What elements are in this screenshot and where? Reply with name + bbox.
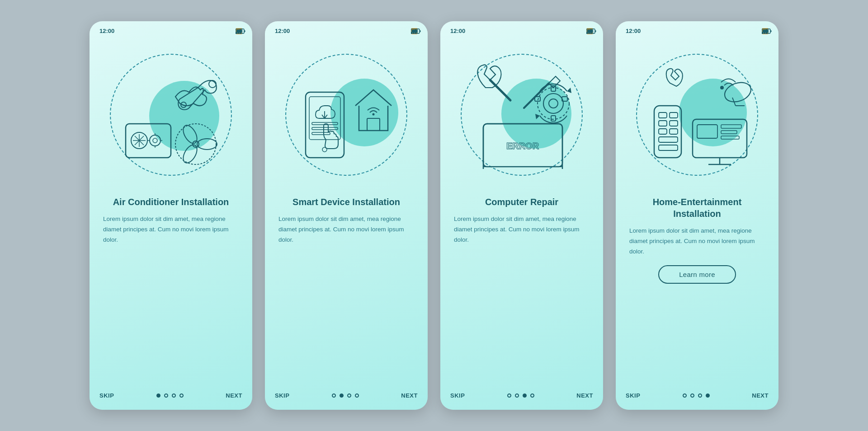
battery-icon-1 <box>236 28 245 34</box>
svg-rect-71 <box>771 30 772 32</box>
svg-point-13 <box>150 135 160 146</box>
svg-point-57 <box>543 94 563 113</box>
svg-line-54 <box>524 83 549 108</box>
svg-rect-5 <box>236 29 242 33</box>
battery-icon-3 <box>586 28 596 34</box>
dot-1-2[interactable] <box>164 394 168 398</box>
status-icons-4: 📶 <box>762 28 769 34</box>
dot-4-3[interactable] <box>698 394 702 398</box>
dot-1-3[interactable] <box>172 394 176 398</box>
status-bar-1: 12:00 📶 <box>90 21 252 38</box>
skip-button-3[interactable]: SKIP <box>450 392 465 399</box>
dot-2-3[interactable] <box>347 394 351 398</box>
nav-dots-4 <box>683 394 710 398</box>
skip-button-4[interactable]: SKIP <box>626 392 640 399</box>
screen-desc-1: Lorem ipsum dolor sit dim amet, mea regi… <box>103 214 239 245</box>
nav-dots-2 <box>332 394 359 398</box>
battery-icon-4 <box>762 28 772 34</box>
illustration-area-4 <box>616 38 778 192</box>
svg-point-41 <box>373 113 375 116</box>
next-button-1[interactable]: NEXT <box>226 392 242 399</box>
dot-4-2[interactable] <box>690 394 694 398</box>
screen-smart-device: 12:00 📶 <box>265 21 428 410</box>
screen-title-1: Air Conditioner Installation <box>103 196 239 208</box>
dot-3-4[interactable] <box>530 394 534 398</box>
svg-rect-73 <box>659 112 667 118</box>
nav-row-4: SKIP NEXT <box>616 385 778 399</box>
status-icons-3: 📶 <box>586 28 593 34</box>
content-area-3: Computer Repair Lorem ipsum dolor sit di… <box>440 192 603 385</box>
status-icons-2: 📶 <box>411 28 418 34</box>
svg-rect-74 <box>670 112 678 118</box>
svg-rect-70 <box>763 29 769 33</box>
screen-desc-2: Lorem ipsum dolor sit dim amet, mea regi… <box>278 214 414 245</box>
screen-computer-repair: 12:00 📶 <box>440 21 603 410</box>
illustration-area-3: ERROR <box>440 38 603 192</box>
dot-2-4[interactable] <box>355 394 359 398</box>
svg-rect-75 <box>659 121 667 126</box>
dot-4-1[interactable] <box>683 394 687 398</box>
svg-rect-76 <box>670 121 678 126</box>
svg-point-19 <box>175 124 216 164</box>
svg-marker-64 <box>535 114 540 119</box>
learn-more-button[interactable]: Learn more <box>658 265 736 284</box>
dot-4-4[interactable] <box>706 394 710 398</box>
status-time-1: 12:00 <box>99 28 114 34</box>
nav-dots-1 <box>156 394 184 398</box>
screens-container: 12:00 📶 <box>90 21 778 410</box>
svg-rect-82 <box>697 125 717 138</box>
dot-2-2[interactable] <box>340 394 344 398</box>
ac-illustration <box>112 61 230 169</box>
status-time-2: 12:00 <box>275 28 290 34</box>
smart-device-illustration <box>283 61 410 169</box>
svg-point-91 <box>720 86 724 89</box>
screen-title-3: Computer Repair <box>454 196 590 208</box>
dot-1-4[interactable] <box>179 394 184 398</box>
svg-text:ERROR: ERROR <box>506 141 539 151</box>
nav-dots-3 <box>507 394 534 398</box>
svg-rect-60 <box>551 116 556 121</box>
nav-row-1: SKIP NEXT <box>90 385 252 399</box>
svg-rect-40 <box>367 118 380 131</box>
dot-1-1[interactable] <box>156 394 160 398</box>
svg-point-21 <box>197 139 217 150</box>
next-button-3[interactable]: NEXT <box>576 392 593 399</box>
svg-rect-80 <box>659 145 678 150</box>
dot-3-3[interactable] <box>523 394 527 398</box>
screen-desc-3: Lorem ipsum dolor sit dim amet, mea regi… <box>454 214 590 245</box>
dot-3-1[interactable] <box>507 394 511 398</box>
battery-icon-2 <box>411 28 421 34</box>
content-area-2: Smart Device Installation Lorem ipsum do… <box>265 192 428 385</box>
screen-title-2: Smart Device Installation <box>278 196 414 208</box>
skip-button-2[interactable]: SKIP <box>275 392 289 399</box>
svg-rect-83 <box>721 125 741 128</box>
screen-title-4: Home-Entertainment Installation <box>629 196 765 220</box>
nav-row-3: SKIP NEXT <box>440 385 603 399</box>
svg-point-14 <box>153 138 157 143</box>
svg-rect-47 <box>587 29 593 33</box>
status-bar-2: 12:00 📶 <box>265 21 428 38</box>
svg-rect-84 <box>721 131 737 134</box>
skip-button-1[interactable]: SKIP <box>99 392 114 399</box>
content-area-1: Air Conditioner Installation Lorem ipsum… <box>90 192 252 385</box>
status-time-4: 12:00 <box>626 28 641 34</box>
svg-marker-63 <box>567 88 571 93</box>
svg-rect-78 <box>670 129 678 134</box>
home-entertainment-illustration <box>634 61 760 169</box>
svg-point-22 <box>180 143 200 165</box>
status-bar-3: 12:00 📶 <box>440 21 603 38</box>
nav-row-2: SKIP NEXT <box>265 385 428 399</box>
svg-rect-79 <box>659 137 678 142</box>
next-button-4[interactable]: NEXT <box>752 392 769 399</box>
next-button-2[interactable]: NEXT <box>401 392 418 399</box>
svg-rect-6 <box>245 30 245 32</box>
dot-2-1[interactable] <box>332 394 336 398</box>
status-bar-4: 12:00 📶 <box>616 21 778 38</box>
screen-desc-4: Lorem ipsum dolor sit dim amet, mea regi… <box>629 226 765 257</box>
svg-rect-48 <box>595 30 596 32</box>
status-icons-1: 📶 <box>236 28 242 34</box>
svg-rect-85 <box>721 136 739 139</box>
svg-rect-31 <box>412 29 418 33</box>
svg-point-58 <box>549 99 558 108</box>
dot-3-2[interactable] <box>515 394 519 398</box>
